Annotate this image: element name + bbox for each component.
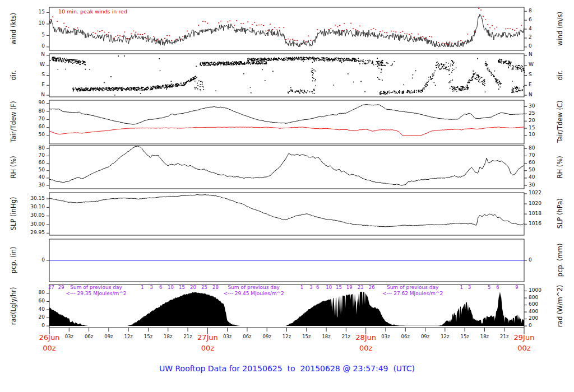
y-tick-label-left: 29.95 [0, 230, 45, 236]
x-tick-label: 12z [120, 334, 137, 339]
x-tick-label: 12z [437, 334, 453, 339]
y-tick-label-left: 0 [0, 44, 45, 49]
y-tick-label-left: S [0, 72, 45, 78]
y-tick-label-left: 70 [0, 116, 45, 122]
panel-rh [49, 146, 524, 189]
x-date-sub-label: 00z [30, 344, 69, 352]
meteogram-figure: 05101502468wind (kts)wind (m/s)NESWNNESW… [0, 0, 574, 392]
y-tick-label-right: E [529, 82, 532, 88]
y-tick-label-right: 40 [529, 175, 535, 180]
y-tick-label-right: 1018 [529, 211, 541, 217]
axis-title-left: rad(Lgly/hr) [10, 272, 17, 339]
y-tick-label-right: 1000 [529, 288, 541, 293]
y-tick-label-right: 1020 [529, 201, 541, 207]
x-tick-label: 18z [476, 334, 493, 339]
y-tick-label-right: 600 [529, 302, 538, 307]
y-tick-label-right: 30 [529, 104, 535, 109]
x-tick-label: 15z [298, 334, 315, 339]
y-tick-label-left: 80 [0, 109, 45, 114]
x-tick-label: 15z [456, 334, 473, 339]
y-tick-label-right: 0 [529, 323, 532, 329]
y-tick-label-right: 400 [529, 309, 538, 315]
y-tick-label-right: 70 [529, 153, 535, 158]
x-date-sub-label: 00z [188, 344, 227, 352]
y-tick-label-left: 30 [0, 183, 45, 188]
x-tick-label: 09z [417, 334, 434, 339]
y-tick-label-left: 60 [0, 124, 45, 130]
y-tick-label-left: N [0, 92, 45, 98]
y-tick-label-right: 15 [529, 125, 535, 131]
y-tick-label-right: 1022 [529, 190, 541, 196]
y-tick-label-left: 30.10 [0, 204, 45, 210]
y-tick-label-left: 20 [0, 315, 45, 320]
y-tick-label-left: 90 [0, 100, 45, 106]
y-tick-label-left: 10 [0, 21, 45, 26]
y-tick-label-left: 5 [0, 32, 45, 38]
x-date-label: 26Jun [30, 334, 69, 342]
y-tick-label-right: 80 [529, 146, 535, 151]
y-tick-label-right: 0 [529, 44, 532, 49]
y-tick-label-left: 80 [0, 146, 45, 151]
y-tick-label-right: S [529, 72, 532, 78]
rad-progress-label: 3 [462, 285, 476, 290]
y-tick-label-right: 2 [529, 35, 532, 40]
y-tick-label-right: 6 [529, 17, 532, 23]
y-tick-label-left: 0 [0, 258, 45, 263]
y-tick-label-left: W [0, 62, 45, 68]
y-tick-label-right: N [529, 92, 533, 98]
y-tick-label-left: 80 [0, 290, 45, 296]
y-tick-label-left: E [0, 82, 45, 88]
y-tick-label-right: 30 [529, 183, 535, 188]
y-tick-label-left: 30.00 [0, 222, 45, 227]
rad-sum-value: <--- 29.45 MJoules/m^2 [198, 291, 310, 297]
x-date-sub-label: 00z [346, 344, 386, 352]
y-tick-label-right: 1016 [529, 221, 541, 227]
rad-sum-label: Sum of previous day [46, 285, 147, 291]
x-tick-label: 15z [140, 334, 156, 339]
y-tick-label-left: 50 [0, 132, 45, 138]
rad-sum-label: Sum of previous day [203, 285, 304, 291]
axis-title-right: rad (W/m^2) [557, 272, 564, 339]
rad-sum-value: <--- 27.62 MJoules/m^2 [357, 291, 469, 297]
y-tick-label-left: 40 [0, 175, 45, 180]
x-tick-label: 09z [100, 334, 117, 339]
x-date-label: 29Jun [504, 334, 544, 342]
y-tick-label-left: N [0, 52, 45, 58]
rad-progress-label: 9 [510, 285, 524, 290]
y-tick-label-left: 0 [0, 323, 45, 329]
x-date-sub-label: 00z [504, 344, 544, 352]
y-tick-label-right: 60 [529, 160, 535, 166]
x-tick-label: 18z [318, 334, 335, 339]
y-tick-label-right: 50 [529, 167, 535, 173]
y-tick-label-right: N [529, 52, 533, 58]
rad-progress-label: 6 [491, 285, 504, 290]
y-tick-label-left: 70 [0, 153, 45, 158]
y-tick-label-left: 30.15 [0, 196, 45, 202]
panel-slp [49, 193, 524, 235]
y-tick-label-right: 200 [529, 316, 538, 321]
x-tick-label: 06z [239, 334, 256, 339]
x-date-label: 27Jun [188, 334, 227, 342]
y-tick-label-left: 30.05 [0, 213, 45, 218]
y-tick-label-right: 4 [529, 26, 532, 32]
y-tick-label-left: 50 [0, 167, 45, 173]
x-tick-label: 06z [81, 334, 98, 339]
wind-peak-note: 10 min. peak winds in red [58, 9, 127, 15]
x-date-label: 28Jun [346, 334, 386, 342]
y-tick-label-right: 10 [529, 132, 535, 138]
x-tick-label: 18z [160, 334, 177, 339]
x-tick-label: 09z [258, 334, 275, 339]
y-tick-label-left: 15 [0, 10, 45, 15]
y-tick-label-right: 20 [529, 118, 535, 124]
y-tick-label-right: W [529, 62, 534, 68]
x-tick-label: 06z [397, 334, 414, 339]
rad-sum-label: Sum of previous day [362, 285, 463, 291]
y-tick-label-left: 60 [0, 298, 45, 304]
y-tick-label-left: 60 [0, 160, 45, 166]
x-tick-label: 12z [279, 334, 295, 339]
y-tick-label-right: 8 [529, 8, 532, 14]
chart-canvas [0, 0, 574, 392]
y-tick-label-right: 0 [529, 258, 532, 263]
y-tick-label-right: 800 [529, 295, 538, 301]
y-tick-label-left: 40 [0, 307, 45, 312]
